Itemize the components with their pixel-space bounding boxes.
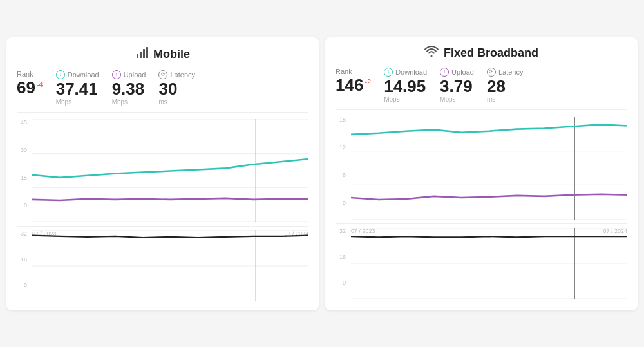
mobile-rank: Rank 69 -4 — [17, 70, 43, 96]
mobile-lower-chart: 32 16 0 07 / 2023 07 / 2024 — [17, 230, 308, 301]
fixed-upper-svg-container — [351, 117, 627, 220]
fixed-rank-value-row: 146 -2 — [336, 77, 371, 93]
fixed-download-value: 14.95 — [384, 78, 427, 95]
mobile-rank-label: Rank — [17, 70, 43, 78]
fixed-rank-value: 146 — [336, 77, 363, 93]
mobile-upload-label: ↑ Upload — [112, 70, 146, 79]
svg-rect-2 — [143, 49, 145, 58]
fixed-rank-change: -2 — [365, 78, 371, 86]
mobile-latency-value: 30 — [158, 80, 195, 97]
fixed-stats-row: Rank 146 -2 ↓ Download 14.95 Mbps ↑ Uplo… — [336, 68, 627, 110]
wifi-icon — [424, 46, 439, 60]
fixed-latency-icon: ⟳ — [487, 68, 496, 77]
fixed-latency: ⟳ Latency 28 ms — [487, 68, 524, 103]
mobile-download-value: 37.41 — [56, 80, 99, 97]
fixed-upload-label: ↑ Upload — [440, 68, 474, 77]
mobile-rank-change: -4 — [37, 80, 43, 88]
fixed-panel: Fixed Broadband Rank 146 -2 ↓ Download 1… — [325, 37, 638, 310]
fixed-upload-value: 3.79 — [440, 78, 474, 95]
fixed-download: ↓ Download 14.95 Mbps — [384, 68, 427, 103]
fixed-upload-unit: Mbps — [440, 96, 474, 103]
fixed-rank: Rank 146 -2 — [336, 68, 371, 93]
mobile-stats-row: Rank 69 -4 ↓ Download 37.41 Mbps ↑ Uploa… — [17, 70, 308, 113]
fixed-lower-yaxis: 32 16 0 — [336, 228, 348, 286]
fixed-download-unit: Mbps — [384, 96, 427, 103]
mobile-rank-value: 69 — [17, 79, 35, 96]
fixed-latency-unit: ms — [487, 96, 524, 103]
fixed-upper-yaxis: 18 12 6 0 — [336, 117, 348, 207]
mobile-latency-unit: ms — [158, 98, 195, 106]
svg-rect-0 — [137, 54, 138, 58]
upload-icon: ↑ — [112, 70, 121, 79]
fixed-title: Fixed Broadband — [444, 46, 538, 60]
panels-container: Mobile Rank 69 -4 ↓ Download 37.41 Mbps — [6, 37, 638, 310]
fixed-upload-icon: ↑ — [440, 68, 449, 77]
mobile-icon — [135, 46, 148, 62]
mobile-latency: ⟳ Latency 30 ms — [158, 70, 195, 106]
latency-icon: ⟳ — [158, 70, 167, 79]
fixed-divider — [336, 223, 627, 224]
fixed-header: Fixed Broadband — [336, 46, 627, 60]
mobile-download-unit: Mbps — [56, 98, 99, 106]
mobile-latency-label: ⟳ Latency — [158, 70, 195, 79]
mobile-lower-yaxis: 32 16 0 — [17, 230, 30, 288]
fixed-latency-label: ⟳ Latency — [487, 68, 524, 77]
fixed-upload: ↑ Upload 3.79 Mbps — [440, 68, 474, 103]
mobile-upload-unit: Mbps — [112, 98, 146, 106]
fixed-lower-chart: 32 16 0 07 / 2023 07 / 2024 — [336, 228, 627, 299]
fixed-upper-chart: 18 12 6 0 — [336, 117, 627, 220]
mobile-upper-chart: 45 30 15 0 — [17, 119, 308, 222]
fixed-lower-svg-container — [351, 228, 627, 299]
mobile-divider — [17, 226, 308, 227]
mobile-title: Mobile — [153, 48, 190, 61]
mobile-upper-yaxis: 45 30 15 0 — [17, 119, 30, 209]
fixed-download-label: ↓ Download — [384, 68, 427, 77]
mobile-download: ↓ Download 37.41 Mbps — [56, 70, 99, 106]
mobile-upload-value: 9.38 — [112, 80, 146, 97]
svg-rect-3 — [146, 47, 148, 58]
mobile-panel: Mobile Rank 69 -4 ↓ Download 37.41 Mbps — [6, 37, 319, 310]
mobile-download-label: ↓ Download — [56, 70, 99, 79]
fixed-rank-label: Rank — [336, 68, 371, 75]
mobile-header: Mobile — [17, 46, 308, 62]
mobile-upload: ↑ Upload 9.38 Mbps — [112, 70, 146, 106]
fixed-latency-value: 28 — [487, 78, 524, 95]
download-icon: ↓ — [56, 70, 65, 79]
mobile-upper-svg-container — [32, 119, 308, 222]
mobile-rank-value-row: 69 -4 — [17, 79, 43, 96]
mobile-lower-svg-container — [32, 230, 308, 301]
fixed-download-icon: ↓ — [384, 68, 393, 77]
svg-rect-1 — [140, 52, 142, 58]
